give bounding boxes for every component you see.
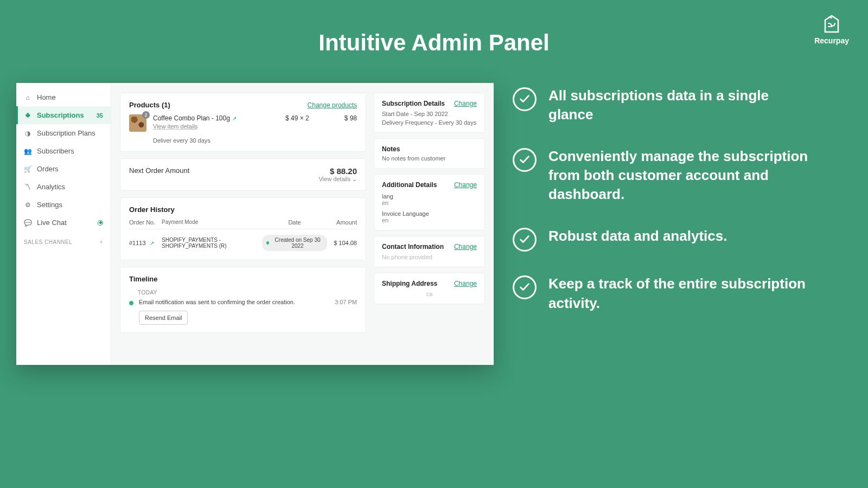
subscription-details-card: Subscription Details Change Start Date -… bbox=[374, 93, 485, 133]
order-history-heading: Order History bbox=[129, 206, 357, 214]
users-icon: 👥 bbox=[24, 147, 31, 155]
external-link-icon[interactable]: ↗ bbox=[150, 240, 154, 246]
sidebar-item-label: Settings bbox=[37, 201, 62, 209]
check-icon bbox=[513, 275, 537, 299]
feature-text: Conveniently manage the subscription fro… bbox=[548, 147, 816, 204]
feature-item: All subscriptions data in a single glanc… bbox=[513, 86, 816, 124]
chart-icon: 〽 bbox=[24, 183, 31, 191]
contact-info-card: Contact Information Change No phone prov… bbox=[374, 236, 485, 267]
sidebar-item-subscriptions[interactable]: ❖ Subscriptions 35 bbox=[16, 106, 111, 124]
additional-details-card: Additional Details Change lang en Invoic… bbox=[374, 174, 485, 230]
change-products-link[interactable]: Change products bbox=[308, 101, 357, 109]
next-order-label: Next Order Amount bbox=[129, 166, 189, 175]
check-icon bbox=[513, 228, 537, 252]
order-amount: $ 104.08 bbox=[327, 240, 357, 246]
sidebar-item-settings[interactable]: ⚙ Settings bbox=[16, 196, 111, 214]
feature-text: Robust data and analytics. bbox=[548, 227, 727, 246]
external-link-icon[interactable]: ↗ bbox=[232, 115, 237, 121]
brand-logo: Recurpay bbox=[814, 14, 849, 45]
products-card: Products (1) Change products 2 Coffee Co… bbox=[120, 93, 366, 152]
chat-icon: 💬 bbox=[24, 219, 31, 227]
contact-title: Contact Information bbox=[382, 243, 444, 251]
next-order-amount: $ 88.20 bbox=[318, 166, 357, 176]
products-heading: Products (1) bbox=[129, 101, 170, 109]
order-payment-mode: SHOPIFY_PAYMENTS - SHOPIFY_PAYMENTS (R) bbox=[162, 237, 262, 249]
change-shipping-link[interactable]: Change bbox=[454, 280, 477, 287]
sidebar-item-livechat[interactable]: 💬 Live Chat bbox=[16, 214, 111, 232]
view-item-details-link[interactable]: View item details bbox=[153, 123, 279, 130]
shipping-title: Shipping Address bbox=[382, 280, 437, 287]
check-icon bbox=[513, 148, 537, 172]
sidebar-section-header: SALES CHANNEL + bbox=[16, 232, 111, 248]
change-additional-link[interactable]: Change bbox=[454, 181, 477, 189]
feature-text: All subscriptions data in a single glanc… bbox=[548, 86, 816, 124]
timeline-day: TODAY bbox=[138, 290, 357, 296]
sidebar-item-orders[interactable]: 🛒 Orders bbox=[16, 160, 111, 178]
sidebar-item-home[interactable]: ⌂ Home bbox=[16, 88, 111, 106]
timeline-dot-icon bbox=[129, 301, 133, 305]
shipping-text: ca bbox=[382, 291, 477, 297]
order-date-pill: Created on Sep 30 2022 bbox=[262, 235, 327, 251]
order-history-card: Order History Order No. Payment Mode Dat… bbox=[120, 197, 366, 260]
col-order-no: Order No. bbox=[129, 219, 162, 226]
product-total: $ 98 bbox=[330, 114, 357, 122]
sidebar-item-label: Subscriptions bbox=[37, 111, 84, 119]
order-row[interactable]: #1113 ↗ SHOPIFY_PAYMENTS - SHOPIFY_PAYME… bbox=[129, 229, 357, 256]
timeline-heading: Timeline bbox=[129, 275, 357, 283]
product-qty-badge: 2 bbox=[142, 111, 150, 119]
col-date: Date bbox=[262, 219, 327, 226]
sidebar-item-label: Subscribers bbox=[37, 147, 74, 155]
change-contact-link[interactable]: Change bbox=[454, 243, 477, 251]
sidebar-item-analytics[interactable]: 〽 Analytics bbox=[16, 178, 111, 196]
feature-item: Conveniently manage the subscription fro… bbox=[513, 147, 816, 204]
sidebar-badge: 35 bbox=[97, 112, 103, 119]
feature-text: Keep a track of the entire subscription … bbox=[548, 274, 816, 312]
sidebar-item-label: Home bbox=[37, 93, 56, 101]
col-amount: Amount bbox=[327, 219, 357, 226]
sidebar-item-label: Analytics bbox=[37, 183, 65, 191]
timeline-time: 3:07 PM bbox=[335, 299, 357, 305]
sidebar-item-plans[interactable]: ◑ Subscription Plans bbox=[16, 124, 111, 142]
feature-item: Robust data and analytics. bbox=[513, 227, 816, 252]
notes-card: Notes No notes from customer bbox=[374, 138, 485, 169]
shipping-address-card: Shipping Address Change ca bbox=[374, 273, 485, 304]
sidebar-item-label: Orders bbox=[37, 165, 59, 173]
timeline-card: Timeline TODAY Email notification was se… bbox=[120, 267, 366, 333]
product-price: $ 49 × 2 bbox=[285, 114, 323, 122]
sidebar-item-label: Live Chat bbox=[37, 219, 67, 227]
sidebar-item-subscribers[interactable]: 👥 Subscribers bbox=[16, 142, 111, 160]
status-dot bbox=[98, 220, 103, 226]
sub-details-title: Subscription Details bbox=[382, 100, 445, 107]
admin-panel-window: ⌂ Home ❖ Subscriptions 35 ◑ Subscription… bbox=[16, 83, 494, 365]
layers-icon: ❖ bbox=[24, 112, 31, 119]
product-name: Coffee Combo Plan - 100g bbox=[153, 114, 230, 122]
page-title: Intuitive Admin Panel bbox=[0, 0, 868, 56]
timeline-entry: Email notification was sent to confirmin… bbox=[139, 299, 329, 305]
sidebar-item-label: Subscription Plans bbox=[37, 129, 95, 137]
product-thumbnail: 2 bbox=[129, 114, 146, 132]
next-order-card: Next Order Amount $ 88.20 View details ⌄ bbox=[120, 158, 366, 191]
start-date: Start Date - Sep 30 2022 bbox=[382, 111, 477, 117]
brand-name: Recurpay bbox=[814, 36, 849, 45]
change-sub-details-link[interactable]: Change bbox=[454, 100, 477, 107]
notes-title: Notes bbox=[382, 145, 477, 153]
delivery-freq: Delivery Frequency - Every 30 days bbox=[382, 119, 477, 126]
delivery-frequency: Deliver every 30 days bbox=[153, 137, 279, 144]
tag-icon: ◑ bbox=[24, 130, 31, 137]
sidebar: ⌂ Home ❖ Subscriptions 35 ◑ Subscription… bbox=[16, 83, 111, 365]
contact-text: No phone provided bbox=[382, 254, 477, 260]
cart-icon: 🛒 bbox=[24, 165, 31, 173]
feature-item: Keep a track of the entire subscription … bbox=[513, 274, 816, 312]
gear-icon: ⚙ bbox=[24, 201, 31, 209]
resend-email-button[interactable]: Resend Email bbox=[139, 311, 188, 325]
view-details-link[interactable]: View details ⌄ bbox=[318, 176, 357, 183]
additional-title: Additional Details bbox=[382, 181, 437, 189]
feature-list: All subscriptions data in a single glanc… bbox=[513, 83, 816, 336]
home-icon: ⌂ bbox=[24, 94, 31, 101]
notes-text: No notes from customer bbox=[382, 155, 477, 162]
col-payment-mode: Payment Mode bbox=[162, 219, 262, 226]
check-icon bbox=[513, 87, 537, 111]
plus-icon[interactable]: + bbox=[100, 239, 103, 245]
